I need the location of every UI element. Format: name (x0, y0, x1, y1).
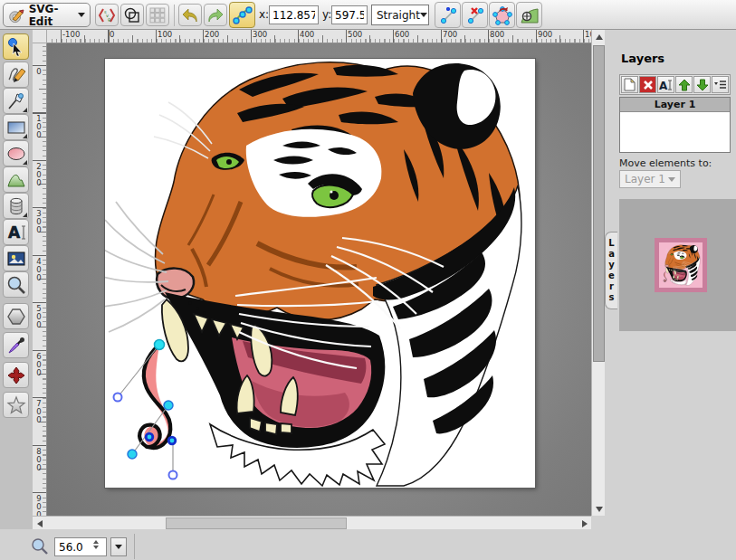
undo-button[interactable] (178, 4, 202, 26)
scroll-left-button[interactable] (33, 517, 46, 530)
h-ruler-label: 600 (395, 30, 409, 39)
redo-icon (206, 7, 225, 24)
chevron-down-icon (668, 177, 675, 182)
layer-row[interactable]: Layer 1 (620, 98, 730, 112)
layer-more-options-button[interactable] (712, 76, 729, 93)
move-elements-select[interactable]: Layer 1 (619, 170, 681, 188)
zoom-spinner[interactable] (93, 540, 99, 549)
scroll-down-button[interactable] (592, 502, 606, 516)
node-edit-icon (232, 5, 253, 26)
layers-panel: Layers Layers A (605, 30, 736, 560)
layer-preview-block (619, 199, 736, 331)
v-ruler-label: 400 (34, 257, 43, 281)
toolbar-separator (174, 5, 175, 26)
grid-button[interactable] (146, 4, 169, 26)
cylinder-shape-tool-button[interactable] (3, 193, 29, 219)
node-edit-tool-button[interactable] (229, 2, 255, 28)
shapes-button[interactable] (120, 4, 144, 26)
svg-text:g: g (108, 16, 110, 23)
h-ruler-label: 400 (300, 30, 314, 39)
layer-up-icon (678, 79, 691, 91)
horizontal-scrollbar[interactable] (33, 516, 591, 529)
close-path-icon (492, 5, 513, 26)
delete-layer-button[interactable] (639, 76, 656, 93)
vertical-scrollbar[interactable] (591, 30, 605, 516)
path-node[interactable] (146, 433, 153, 441)
source-code-icon: s v g (98, 7, 116, 24)
redo-button[interactable] (204, 4, 227, 26)
delete-node-icon (464, 5, 486, 26)
h-ruler-label: 0 (110, 30, 114, 39)
layer-thumbnail-art (659, 242, 703, 288)
select-tool-button[interactable] (3, 33, 29, 60)
path-node[interactable] (155, 340, 165, 350)
main-menu-button[interactable]: SVG-Edit (3, 3, 91, 27)
coord-y-input[interactable] (331, 5, 368, 24)
bottom-separator (134, 534, 135, 559)
path-node[interactable] (168, 437, 176, 444)
coord-x-input[interactable] (269, 5, 319, 24)
eyedropper-tool-button[interactable] (3, 332, 29, 358)
text-tool-button[interactable]: A (3, 219, 29, 245)
red-cross-shape-tool-button[interactable] (3, 362, 29, 388)
move-layer-up-button[interactable] (675, 76, 693, 93)
coord-x-label: x: (259, 8, 269, 21)
path-node[interactable] (128, 450, 137, 459)
v-ruler-label: 800 (34, 447, 43, 471)
layer-thumbnail[interactable] (655, 238, 707, 292)
move-layer-down-button[interactable] (693, 76, 711, 93)
open-path-button[interactable] (516, 2, 542, 28)
close-path-button[interactable] (489, 2, 515, 28)
shapes-icon (124, 7, 140, 24)
ellipse-tool-button[interactable] (3, 140, 29, 166)
zoom-preset-dropdown[interactable] (110, 537, 127, 556)
eyedropper-icon (6, 336, 26, 356)
zoom-level-input[interactable] (54, 537, 107, 556)
path-tool-button[interactable] (3, 166, 29, 193)
line-tool-button[interactable] (3, 88, 29, 114)
pencil-tool-button[interactable] (3, 62, 29, 88)
star-tool-icon (6, 395, 26, 415)
horizontal-ruler: -100 0 100 200 300 400 500 600 700 800 9… (47, 30, 591, 43)
open-path-icon (519, 5, 540, 26)
rename-layer-button[interactable]: A (657, 76, 674, 93)
spinner-down-icon (93, 546, 99, 549)
rectangle-tool-button[interactable] (3, 114, 29, 140)
h-ruler-label: 700 (443, 30, 457, 39)
h-ruler-label: 1000 (585, 30, 591, 39)
source-code-button[interactable]: s v g (95, 4, 119, 26)
h-ruler-label: 800 (490, 30, 504, 39)
layers-panel-handle[interactable]: Layers (605, 232, 617, 309)
scroll-right-button[interactable] (578, 517, 591, 530)
move-elements-label: Move elements to: (619, 157, 712, 169)
polygon-tool-button[interactable] (3, 303, 29, 329)
add-node-button[interactable] (435, 2, 461, 28)
v-ruler-label: 900 (34, 494, 43, 516)
canvas-workspace[interactable] (47, 43, 591, 516)
path-control-handle[interactable] (114, 394, 122, 402)
drawing-canvas[interactable] (105, 59, 535, 488)
scroll-up-button[interactable] (592, 30, 606, 43)
horizontal-scrollbar-thumb[interactable] (166, 517, 347, 529)
image-tool-button[interactable] (3, 245, 29, 271)
select-tool-icon (6, 37, 26, 57)
path-control-handle[interactable] (169, 471, 177, 479)
delete-node-button[interactable] (462, 2, 488, 28)
bottom-bar (0, 529, 736, 560)
main-menu-label: SVG-Edit (29, 3, 74, 28)
layer-list: Layer 1 (619, 97, 731, 153)
arrow-up-icon (596, 34, 603, 40)
zoom-icon (31, 537, 49, 555)
new-layer-icon (624, 78, 636, 91)
zoom-tool-icon (6, 275, 26, 295)
arrow-down-icon (596, 507, 603, 512)
zoom-tool-button[interactable] (3, 271, 29, 298)
layers-handle-label: Layers (607, 238, 617, 303)
vertical-scrollbar-thumb[interactable] (593, 45, 605, 362)
path-node[interactable] (164, 401, 173, 410)
svg-text:A: A (8, 223, 21, 242)
new-layer-button[interactable] (621, 76, 638, 93)
rename-layer-icon: A (659, 79, 673, 91)
segment-type-select[interactable]: Straight (371, 5, 429, 25)
star-tool-button[interactable] (3, 392, 29, 418)
